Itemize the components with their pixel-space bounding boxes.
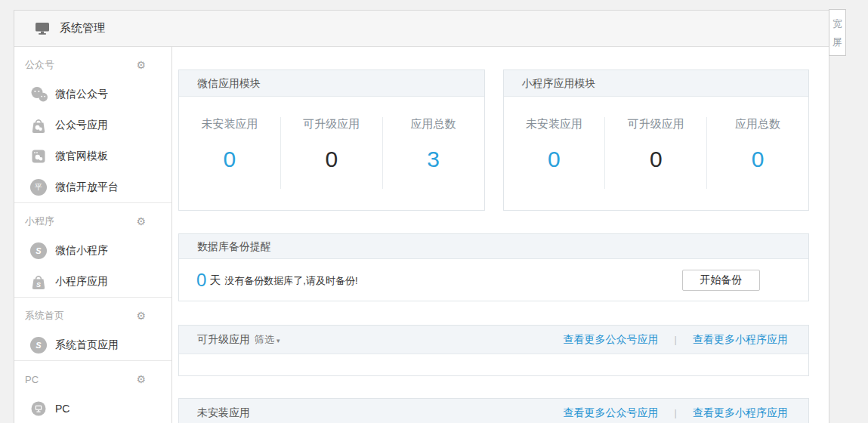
stat-uninstalled: 未安装应用 0 bbox=[504, 117, 605, 189]
widescreen-toggle-tab[interactable]: 宽屏 bbox=[829, 9, 846, 56]
admin-panel: 系统管理 公众号 ⚙ bbox=[14, 10, 829, 423]
bag-miniprogram-icon: S bbox=[30, 273, 47, 290]
monitor-icon bbox=[35, 22, 50, 36]
sidebar-item-wechat-official[interactable]: 微信公众号 bbox=[14, 79, 171, 110]
home-app-circle-icon: S bbox=[30, 337, 47, 354]
section-title: 小程序 bbox=[25, 215, 54, 228]
wechat-module-card: 微信应用模块 未安装应用 0 可升级应用 0 应用总数 3 bbox=[178, 69, 485, 211]
db-backup-card: 数据库备份提醒 0 天 没有备份数据库了,请及时备份! 开始备份 bbox=[178, 233, 809, 301]
more-official-apps-link[interactable]: 查看更多公众号应用 bbox=[564, 406, 659, 420]
sidebar: 公众号 ⚙ 微信公众号 bbox=[14, 47, 172, 423]
sidebar-item-label: PC bbox=[55, 403, 70, 415]
sidebar-item-label: 微信小程序 bbox=[55, 244, 108, 258]
more-miniprogram-apps-link[interactable]: 查看更多小程序应用 bbox=[693, 406, 788, 420]
stat-value: 0 bbox=[707, 147, 808, 172]
svg-text:S: S bbox=[36, 281, 41, 289]
wechat-icon bbox=[30, 86, 47, 103]
uninstalled-apps-section: 未安装应用 查看更多公众号应用 | 查看更多小程序应用 bbox=[178, 398, 809, 423]
stat-upgradable: 可升级应用 0 bbox=[604, 117, 706, 189]
page-title: 系统管理 bbox=[60, 21, 105, 36]
upgradable-apps-empty-list bbox=[179, 354, 808, 375]
bag-wechat-icon bbox=[30, 117, 47, 134]
sidebar-item-label: 微官网模板 bbox=[55, 150, 108, 163]
gear-icon[interactable]: ⚙ bbox=[136, 60, 146, 70]
section-title: 系统首页 bbox=[25, 309, 64, 323]
template-wechat-icon bbox=[30, 148, 47, 165]
filter-dropdown[interactable]: 筛选▾ bbox=[255, 333, 280, 347]
stat-uninstalled: 未安装应用 0 bbox=[179, 117, 280, 189]
stat-value: 0 bbox=[179, 147, 280, 172]
stat-upgradable: 可升级应用 0 bbox=[280, 117, 382, 189]
sidebar-item-label: 公众号应用 bbox=[55, 119, 108, 132]
sidebar-item-label: 系统首页应用 bbox=[55, 338, 119, 352]
sidebar-item-pc[interactable]: PC bbox=[14, 393, 171, 423]
stat-value: 3 bbox=[383, 147, 484, 172]
miniprogram-module-card: 小程序应用模块 未安装应用 0 可升级应用 0 应用总数 0 bbox=[503, 69, 810, 211]
backup-days-count: 0 bbox=[196, 270, 206, 291]
sidebar-section-official-account: 公众号 ⚙ 微信公众号 bbox=[14, 47, 171, 203]
stat-total: 应用总数 0 bbox=[706, 117, 808, 189]
stat-value: 0 bbox=[281, 147, 382, 172]
chevron-down-icon: ▾ bbox=[276, 337, 280, 344]
section-title: 可升级应用 bbox=[197, 333, 250, 347]
gear-icon[interactable]: ⚙ bbox=[136, 216, 146, 227]
section-title: 未安装应用 bbox=[197, 406, 250, 420]
link-separator: | bbox=[675, 334, 677, 345]
stat-value: 0 bbox=[605, 147, 706, 172]
sidebar-item-label: 微信开放平台 bbox=[55, 181, 119, 194]
upgradable-apps-section: 可升级应用 筛选▾ 查看更多公众号应用 | 查看更多小程序应用 bbox=[178, 325, 809, 376]
sidebar-item-wechat-miniprogram[interactable]: S 微信小程序 bbox=[14, 235, 171, 266]
main-content: 微信应用模块 未安装应用 0 可升级应用 0 应用总数 3 bbox=[172, 47, 829, 423]
sidebar-item-open-platform[interactable]: 平 微信开放平台 bbox=[14, 171, 171, 202]
card-title: 小程序应用模块 bbox=[504, 70, 809, 97]
pc-monitor-icon bbox=[30, 400, 47, 417]
more-official-apps-link[interactable]: 查看更多公众号应用 bbox=[564, 333, 659, 347]
card-title: 数据库备份提醒 bbox=[179, 234, 808, 259]
start-backup-button[interactable]: 开始备份 bbox=[682, 270, 760, 291]
miniprogram-circle-icon: S bbox=[30, 242, 47, 259]
topbar: 系统管理 bbox=[14, 11, 829, 47]
gear-icon[interactable]: ⚙ bbox=[136, 374, 146, 384]
card-title: 微信应用模块 bbox=[179, 70, 484, 97]
sidebar-item-label: 微信公众号 bbox=[55, 88, 108, 101]
backup-message: 没有备份数据库了,请及时备份! bbox=[224, 274, 357, 288]
backup-days-unit: 天 bbox=[209, 273, 221, 288]
more-miniprogram-apps-link[interactable]: 查看更多小程序应用 bbox=[693, 333, 788, 347]
sidebar-item-label: 小程序应用 bbox=[55, 275, 108, 289]
sidebar-item-system-home-apps[interactable]: S 系统首页应用 bbox=[14, 329, 171, 360]
stat-value: 0 bbox=[504, 147, 605, 172]
stat-total: 应用总数 3 bbox=[382, 117, 484, 189]
sidebar-section-system-home: 系统首页 ⚙ S 系统首页应用 bbox=[14, 298, 171, 361]
sidebar-item-official-apps[interactable]: 公众号应用 bbox=[14, 110, 171, 140]
sidebar-item-micro-site-template[interactable]: 微官网模板 bbox=[14, 140, 171, 171]
sidebar-item-miniprogram-apps[interactable]: S 小程序应用 bbox=[14, 266, 171, 297]
sidebar-section-pc: PC ⚙ PC bbox=[14, 361, 171, 423]
sidebar-section-miniprogram: 小程序 ⚙ S 微信小程序 S bbox=[14, 203, 171, 298]
section-title: PC bbox=[25, 374, 39, 385]
open-platform-icon: 平 bbox=[30, 179, 47, 196]
link-separator: | bbox=[675, 407, 677, 418]
gear-icon[interactable]: ⚙ bbox=[136, 310, 146, 321]
section-title: 公众号 bbox=[25, 58, 54, 72]
